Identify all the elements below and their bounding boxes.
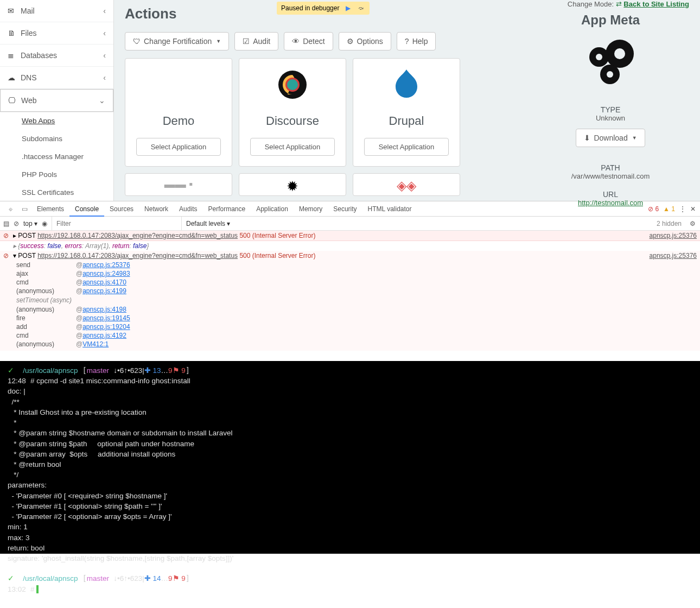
tab-application[interactable]: Application <box>251 201 294 217</box>
resume-icon[interactable]: ▶ <box>343 4 352 12</box>
tab-html-validator[interactable]: HTML validator <box>362 201 417 217</box>
context-select[interactable]: top ▾ <box>23 220 37 227</box>
card-title: Demo <box>163 114 195 128</box>
stack-frame[interactable]: ajax@ apnscp.js:24983 <box>0 269 700 278</box>
laravel-logo-icon: ◈◈ <box>397 178 416 193</box>
caret-down-icon: ▼ <box>216 39 221 44</box>
app-card-placeholder: ▬▬ ▪ <box>125 173 232 196</box>
stack-frame[interactable]: (anonymous)@ VM412:1 <box>0 340 700 349</box>
svg-point-4 <box>614 48 625 59</box>
joomla-logo-icon: ✹ <box>287 178 298 195</box>
sidebar-sub-phppools[interactable]: PHP Pools <box>0 166 113 183</box>
eye-icon: 👁 <box>292 37 300 46</box>
download-button[interactable]: ⬇ Download ▼ <box>576 129 645 147</box>
source-link[interactable]: apnscp.js:25376 <box>650 232 697 239</box>
stack-frame[interactable]: cmd@ apnscp.js:4192 <box>0 331 700 340</box>
tab-console[interactable]: Console <box>69 201 104 217</box>
card-title: Discourse <box>266 114 319 128</box>
select-application-button[interactable]: Select Application <box>364 138 449 156</box>
console-row[interactable]: ⊘ ▾ POST https://192.168.0.147:2083/ajax… <box>0 251 700 261</box>
card-title: Drupal <box>389 114 424 128</box>
error-icon: ⊘ <box>3 232 13 239</box>
sidebar-item-files[interactable]: 🗎 Files ‹ <box>0 22 113 45</box>
clear-console-icon[interactable]: ⊘ <box>14 220 19 227</box>
sidebar-item-label: Databases <box>21 51 57 60</box>
back-to-site-listing-link[interactable]: Back to Site Listing <box>623 0 689 8</box>
detect-button[interactable]: 👁 Detect <box>284 32 333 50</box>
download-icon: ⬇ <box>584 134 590 142</box>
tab-performance[interactable]: Performance <box>202 201 251 217</box>
caret-down-icon: ▼ <box>632 135 637 141</box>
sidebar-sub-webapps[interactable]: Web Apps <box>0 112 113 130</box>
check-icon: ☑ <box>243 37 250 46</box>
type-value: Unknown <box>532 114 689 122</box>
console-row[interactable]: ⊘ ▸ POST https://192.168.0.147:2083/ajax… <box>0 231 700 241</box>
change-mode: Change Mode: ⇄ Back to Site Listing <box>532 0 689 8</box>
terminal[interactable]: ✓ /usr/local/apnscp [master ↓•6↑•623|✚ 1… <box>0 361 700 554</box>
tab-memory[interactable]: Memory <box>294 201 328 217</box>
options-button[interactable]: ⚙ Options <box>339 32 391 50</box>
tab-audits[interactable]: Audits <box>174 201 202 217</box>
swap-icon: ⇄ <box>616 0 622 8</box>
audit-button[interactable]: ☑ Audit <box>234 32 278 50</box>
error-icon: ⊘ <box>3 252 13 259</box>
app-card-drupal: Drupal Select Application <box>353 58 460 167</box>
live-expression-icon[interactable]: ◉ <box>42 220 47 227</box>
source-link[interactable]: apnscp.js:25376 <box>650 252 697 259</box>
more-icon[interactable]: ⋮ <box>679 205 686 213</box>
type-label: TYPE <box>532 105 689 114</box>
change-fortification-button[interactable]: 🛡 Change Fortification ▼ <box>125 32 229 50</box>
cloud-icon: ☁ <box>8 73 21 82</box>
svg-point-6 <box>596 54 602 60</box>
ghost-logo-icon: ▬▬ ▪ <box>164 178 193 191</box>
drupal-logo-icon <box>392 66 421 103</box>
sidebar-item-web[interactable]: 🖵 Web ⌄ <box>0 89 113 112</box>
select-application-button[interactable]: Select Application <box>136 138 221 156</box>
stack-frame[interactable]: fire@ apnscp.js:19145 <box>0 314 700 322</box>
question-icon: ? <box>405 37 409 46</box>
sidebar-item-mail[interactable]: ✉ Mail ‹ <box>0 0 113 22</box>
cogs-icon: ⚙ <box>347 37 354 46</box>
filter-input[interactable] <box>52 217 182 230</box>
app-card-discourse: Discourse Select Application <box>239 58 346 167</box>
tab-network[interactable]: Network <box>139 201 174 217</box>
tab-elements[interactable]: Elements <box>31 201 69 217</box>
sidebar-sub-htaccess[interactable]: .htaccess Manager <box>0 148 113 166</box>
url-label: URL <box>532 190 689 199</box>
svg-point-8 <box>607 71 613 78</box>
sidebar-sub-ssl[interactable]: SSL Certificates <box>0 183 113 201</box>
step-icon[interactable]: ⤼ <box>357 4 365 12</box>
close-icon[interactable]: ✕ <box>690 205 696 213</box>
select-application-button[interactable]: Select Application <box>250 138 335 156</box>
stack-frame[interactable]: (anonymous)@ apnscp.js:4199 <box>0 287 700 295</box>
sidebar-item-dns[interactable]: ☁ DNS ‹ <box>0 67 113 89</box>
stack-frame[interactable]: add@ apnscp.js:19204 <box>0 322 700 331</box>
tab-security[interactable]: Security <box>328 201 362 217</box>
stack-frame[interactable]: (anonymous)@ apnscp.js:4198 <box>0 305 700 314</box>
path-label: PATH <box>532 163 689 172</box>
levels-select[interactable]: Default levels ▾ <box>186 220 230 227</box>
monitor-icon: 🖵 <box>8 96 21 105</box>
sidebar-item-label: Web <box>21 96 37 105</box>
tab-sources[interactable]: Sources <box>104 201 139 217</box>
console-row[interactable]: ▸ {success: false, errors: Array(1), ret… <box>0 241 700 251</box>
path-value: /var/www/testnomail.com <box>532 172 689 180</box>
warning-badge[interactable]: ▲ 1 <box>663 205 675 213</box>
app-card-placeholder: ✹ <box>239 173 346 196</box>
settings-icon[interactable]: ⚙ <box>690 220 696 227</box>
chevron-left-icon: ‹ <box>103 73 106 82</box>
chevron-left-icon: ‹ <box>103 29 106 37</box>
sidebar-sub-subdomains[interactable]: Subdomains <box>0 130 113 148</box>
help-button[interactable]: ? Help <box>397 32 436 50</box>
device-icon[interactable]: ▭ <box>17 205 31 213</box>
stack-frame[interactable]: send@ apnscp.js:25376 <box>0 261 700 269</box>
sidebar-toggle-icon[interactable]: ▤ <box>3 220 9 227</box>
chevron-left-icon: ‹ <box>103 51 106 60</box>
sidebar-item-label: DNS <box>21 73 37 82</box>
inspect-icon[interactable]: ⟐ <box>3 205 17 213</box>
database-icon: ≣ <box>8 51 21 60</box>
error-badge[interactable]: ⊘ 6 <box>648 205 659 213</box>
stack-frame[interactable]: cmd@ apnscp.js:4170 <box>0 278 700 287</box>
sidebar-item-databases[interactable]: ≣ Databases ‹ <box>0 45 113 67</box>
devtools: ⟐ ▭ Elements Console Sources Network Aud… <box>0 201 700 361</box>
